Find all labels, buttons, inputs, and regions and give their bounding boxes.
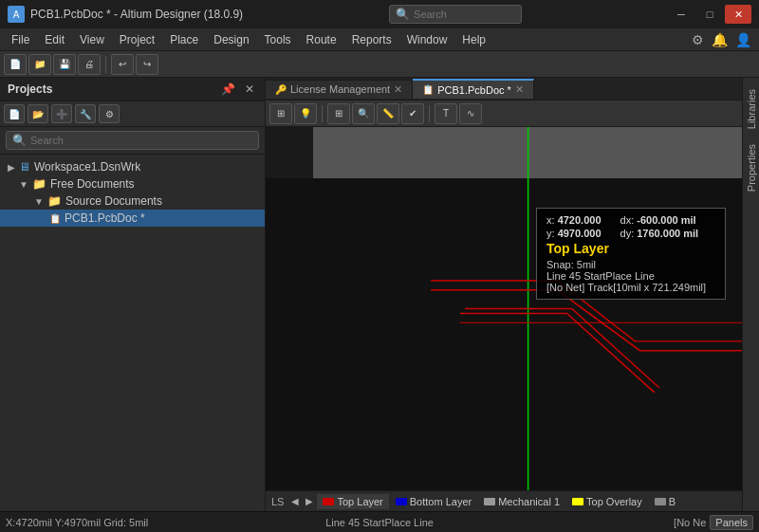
status-no-net: [No Ne bbox=[674, 517, 706, 528]
pcb-file-icon: 📋 bbox=[49, 213, 61, 224]
panels-button[interactable]: Panels bbox=[710, 515, 753, 530]
layer-tab-top[interactable]: Top Layer bbox=[317, 494, 388, 509]
menu-window[interactable]: Window bbox=[399, 31, 455, 48]
tab-license-management[interactable]: 🔑 License Management ✕ bbox=[266, 80, 413, 99]
grid-button[interactable]: ⊞ bbox=[327, 103, 350, 124]
panel-close-button[interactable]: ✕ bbox=[242, 82, 257, 97]
tooltip-snap: Snap: 5mil bbox=[546, 259, 715, 270]
menu-route[interactable]: Route bbox=[299, 31, 344, 48]
dx-label: dx: -600.000 mil bbox=[620, 214, 696, 226]
tree-item-source-documents[interactable]: ▼ 📁 Source Documents bbox=[0, 193, 265, 210]
panel-title: Projects bbox=[8, 83, 52, 96]
menu-place[interactable]: Place bbox=[162, 31, 206, 48]
new-project-button[interactable]: 📄 bbox=[4, 104, 25, 123]
mechanical-layer-label: Mechanical 1 bbox=[498, 496, 560, 507]
ls-label: LS bbox=[268, 494, 287, 509]
layer-tab-top-overlay[interactable]: Top Overlay bbox=[566, 494, 648, 509]
pcb-toolbar: ⊞ 💡 ⊞ 🔍 📏 ✔ T ∿ bbox=[266, 101, 742, 127]
pcb-file-label: PCB1.PcbDoc * bbox=[65, 211, 145, 225]
panel-pin-button[interactable]: 📌 bbox=[218, 82, 238, 97]
layer-tab-bottom[interactable]: Bottom Layer bbox=[390, 494, 477, 509]
pcb-tab-label: PCB1.PcbDoc * bbox=[437, 84, 511, 96]
free-docs-label: Free Documents bbox=[50, 177, 135, 191]
pcb-canvas[interactable]: x: 4720.000 dx: -600.000 mil y: 4970.000… bbox=[266, 127, 742, 490]
pcb-tab-icon: 📋 bbox=[422, 84, 434, 95]
panel-search-input[interactable] bbox=[30, 135, 252, 146]
layer-tab-mechanical[interactable]: Mechanical 1 bbox=[478, 494, 565, 509]
app-icon: A bbox=[8, 6, 25, 23]
free-docs-folder-icon: 📁 bbox=[32, 177, 46, 191]
menu-file[interactable]: File bbox=[4, 31, 37, 48]
main-toolbar: 📄 📁 💾 🖨 ↩ ↪ bbox=[0, 51, 759, 78]
menu-edit[interactable]: Edit bbox=[37, 31, 72, 48]
b-layer-label: B bbox=[669, 496, 676, 507]
tooltip-line-info: Line 45 StartPlace Line bbox=[546, 270, 715, 282]
drc-button[interactable]: ✔ bbox=[401, 103, 424, 124]
redo-button[interactable]: ↪ bbox=[136, 54, 158, 75]
title-bar: A PCB1.PcbDoc * - Altium Designer (18.0.… bbox=[0, 0, 759, 28]
menu-reports[interactable]: Reports bbox=[344, 31, 399, 48]
save-button[interactable]: 💾 bbox=[53, 54, 76, 75]
print-button[interactable]: 🖨 bbox=[78, 54, 101, 75]
menu-design[interactable]: Design bbox=[206, 31, 256, 48]
menu-tools[interactable]: Tools bbox=[257, 31, 299, 48]
pcb-toolbar-sep bbox=[322, 105, 323, 122]
title-text: PCB1.PcbDoc * - Altium Designer (18.0.9) bbox=[30, 8, 243, 21]
properties-tab[interactable]: Properties bbox=[744, 137, 759, 199]
canvas-area: 🔑 License Management ✕ 📋 PCB1.PcbDoc * ✕… bbox=[266, 78, 742, 511]
settings-panel-button[interactable]: ⚙ bbox=[99, 104, 120, 123]
notification-icon[interactable]: 🔔 bbox=[712, 32, 728, 47]
y-label: y: 4970.000 bbox=[546, 228, 602, 239]
route-single-button[interactable]: ⊞ bbox=[269, 103, 292, 124]
compile-button[interactable]: 🔧 bbox=[75, 104, 96, 123]
free-docs-expand-icon: ▼ bbox=[19, 179, 28, 190]
tab-pcb1[interactable]: 📋 PCB1.PcbDoc * ✕ bbox=[413, 79, 534, 99]
tree-item-workspace[interactable]: ▶ 🖥 Workspace1.DsnWrk bbox=[0, 158, 265, 175]
license-tab-label: License Management bbox=[290, 83, 390, 95]
bottom-layer-color bbox=[396, 498, 407, 505]
close-button[interactable]: ✕ bbox=[725, 5, 751, 24]
panel-controls: 📌 ✕ bbox=[218, 82, 257, 97]
menu-bar: File Edit View Project Place Design Tool… bbox=[0, 28, 759, 51]
open-button[interactable]: 📁 bbox=[28, 54, 51, 75]
coord-line: x: 4720.000 dx: -600.000 mil bbox=[546, 214, 715, 226]
arc-button[interactable]: ∿ bbox=[459, 103, 482, 124]
mechanical-layer-color bbox=[484, 498, 495, 505]
tree-item-pcb1[interactable]: 📋 PCB1.PcbDoc * bbox=[0, 210, 265, 227]
top-layer-label: Top Layer bbox=[337, 496, 382, 507]
top-layer-color bbox=[323, 498, 334, 505]
highlight-button[interactable]: 💡 bbox=[294, 103, 317, 124]
status-bar: X:4720mil Y:4970mil Grid: 5mil Line 45 S… bbox=[0, 511, 759, 532]
minimize-button[interactable]: ─ bbox=[668, 5, 694, 24]
add-file-button[interactable]: ➕ bbox=[51, 104, 72, 123]
title-search-input[interactable] bbox=[414, 9, 509, 20]
maximize-button[interactable]: □ bbox=[696, 5, 723, 24]
tree-item-free-documents[interactable]: ▼ 📁 Free Documents bbox=[0, 175, 265, 193]
zoom-button[interactable]: 🔍 bbox=[352, 103, 375, 124]
panel-search-icon: 🔍 bbox=[12, 134, 27, 147]
b-layer-color bbox=[655, 498, 666, 505]
menu-project[interactable]: Project bbox=[112, 31, 162, 48]
panel-header: Projects 📌 ✕ bbox=[0, 78, 265, 101]
search-icon: 🔍 bbox=[396, 8, 410, 21]
settings-icon[interactable]: ⚙ bbox=[692, 32, 704, 47]
title-search-box[interactable]: 🔍 bbox=[389, 5, 522, 24]
open-project-button[interactable]: 📂 bbox=[28, 104, 48, 123]
text-button[interactable]: T bbox=[435, 103, 457, 124]
user-icon[interactable]: 👤 bbox=[735, 32, 751, 47]
status-center: Line 45 StartPlace Line bbox=[197, 517, 562, 528]
pcb-tab-close[interactable]: ✕ bbox=[515, 83, 524, 96]
new-button[interactable]: 📄 bbox=[4, 54, 27, 75]
license-tab-icon: 🔑 bbox=[275, 84, 287, 95]
workspace-label: Workspace1.DsnWrk bbox=[34, 160, 140, 174]
layer-nav-next[interactable]: ▶ bbox=[303, 494, 316, 508]
search-inner: 🔍 bbox=[6, 131, 259, 150]
libraries-tab[interactable]: Libraries bbox=[744, 82, 759, 137]
undo-button[interactable]: ↩ bbox=[111, 54, 134, 75]
measure-button[interactable]: 📏 bbox=[377, 103, 399, 124]
menu-help[interactable]: Help bbox=[454, 31, 493, 48]
layer-tab-b[interactable]: B bbox=[649, 494, 681, 509]
layer-nav-prev[interactable]: ◀ bbox=[288, 494, 302, 508]
license-tab-close[interactable]: ✕ bbox=[394, 83, 402, 96]
menu-view[interactable]: View bbox=[72, 31, 112, 48]
